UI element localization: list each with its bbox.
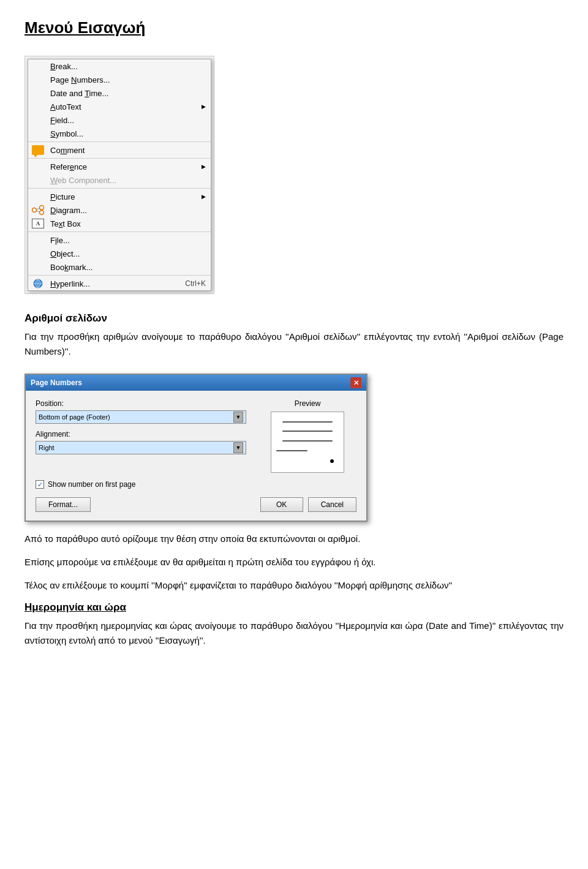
dialog-container: Page Numbers ✕ Position: Bottom of page …	[24, 374, 368, 522]
menu-item-web-component: Web Component...	[28, 173, 211, 187]
menu-separator-5	[28, 275, 211, 276]
menu-item-hyperlink[interactable]: Hyperlink... Ctrl+K	[28, 277, 211, 290]
dialog-buttons: Format... OK Cancel	[36, 497, 356, 512]
menu-item-symbol-label: Symbol...	[50, 129, 83, 138]
alignment-label: Alignment:	[36, 430, 246, 438]
menu-item-autotext-label: AutoText	[50, 102, 81, 111]
comment-icon	[31, 144, 45, 156]
position-value: Bottom of page (Footer)	[39, 413, 233, 421]
menu-item-textbox[interactable]: A Text Box	[28, 217, 211, 230]
section-page-numbers-title: Αριθμοί σελίδων	[24, 312, 564, 325]
dialog-left-column: Position: Bottom of page (Footer) ▼ Alig…	[36, 399, 246, 473]
page-title: Μενού Εισαγωή	[24, 18, 564, 37]
preview-line-3	[282, 440, 333, 442]
menu-item-bookmark[interactable]: Bookmark...	[28, 260, 211, 274]
menu-separator-4	[28, 231, 211, 232]
svg-point-1	[40, 206, 44, 210]
section-date-time: Ημερομηνία και ώρα Για την προσθήκη ημερ…	[24, 601, 564, 648]
menu-item-date-time[interactable]: Date and Time...	[28, 86, 211, 100]
position-select[interactable]: Bottom of page (Footer) ▼	[36, 410, 246, 424]
preview-box	[271, 412, 344, 473]
dialog-body: Position: Bottom of page (Footer) ▼ Alig…	[26, 391, 366, 521]
menu-item-file-label: File...	[50, 236, 70, 245]
svg-line-3	[37, 208, 40, 209]
menu-item-field[interactable]: Field...	[28, 113, 211, 127]
menu-separator-1	[28, 141, 211, 142]
menu-item-object[interactable]: Object...	[28, 247, 211, 260]
menu-item-hyperlink-label: Hyperlink...	[50, 279, 90, 288]
preview-line-1	[282, 421, 333, 423]
preview-line-2	[282, 431, 333, 432]
section-date-time-title: Ημερομηνία και ώρα	[24, 601, 564, 614]
menu-item-textbox-label: Text Box	[50, 219, 81, 228]
menu-item-diagram-label: Diagram...	[50, 206, 87, 215]
alignment-select[interactable]: Right ▼	[36, 441, 246, 454]
menu-item-picture[interactable]: Picture	[28, 190, 211, 203]
textbox-icon: A	[31, 217, 45, 230]
alignment-value: Right	[39, 444, 233, 451]
section-page-numbers-body3: Επίσης μπορούμε να επιλέξουμε αν θα αριθ…	[24, 555, 564, 570]
diagram-icon	[31, 204, 45, 216]
svg-point-0	[32, 208, 37, 213]
section-page-numbers-body4: Τέλος αν επιλέξουμε το κουμπί ''Μορφή'' …	[24, 578, 564, 593]
menu-item-break-label: Break...	[50, 62, 78, 71]
menu-dropdown: Break... Page Numbers... Date and Time..…	[28, 59, 211, 291]
dialog-right-column: Preview	[258, 399, 356, 473]
menu-separator-2	[28, 158, 211, 159]
dialog-main-row: Position: Bottom of page (Footer) ▼ Alig…	[36, 399, 356, 473]
cancel-button[interactable]: Cancel	[308, 497, 356, 512]
menu-item-diagram[interactable]: Diagram...	[28, 203, 211, 217]
show-first-page-label: Show number on first page	[48, 480, 135, 489]
menu-item-picture-label: Picture	[50, 192, 75, 201]
position-label: Position:	[36, 399, 246, 408]
show-first-page-checkbox[interactable]	[36, 480, 44, 489]
menu-item-date-time-label: Date and Time...	[50, 89, 108, 98]
menu-item-reference-label: Reference	[50, 162, 87, 171]
position-group: Position: Bottom of page (Footer) ▼	[36, 399, 246, 424]
svg-line-4	[37, 211, 40, 212]
ok-button[interactable]: OK	[260, 497, 303, 512]
menu-item-object-label: Object...	[50, 249, 80, 258]
menu-item-reference[interactable]: Reference	[28, 160, 211, 173]
menu-item-symbol[interactable]: Symbol...	[28, 127, 211, 140]
menu-screenshot: Break... Page Numbers... Date and Time..…	[24, 56, 214, 294]
alignment-dropdown-arrow[interactable]: ▼	[233, 442, 243, 453]
menu-item-comment[interactable]: Comment	[28, 143, 211, 157]
menu-item-comment-label: Comment	[50, 146, 85, 155]
menu-item-field-label: Field...	[50, 116, 74, 125]
menu-item-hyperlink-shortcut: Ctrl+K	[173, 279, 206, 288]
preview-label: Preview	[295, 399, 321, 408]
menu-item-page-numbers[interactable]: Page Numbers...	[28, 73, 211, 86]
menu-item-break[interactable]: Break...	[28, 59, 211, 73]
main-content: Αριθμοί σελίδων Για την προσθήκη αριθμών…	[24, 312, 564, 648]
menu-separator-3	[28, 188, 211, 189]
menu-item-page-numbers-label: Page Numbers...	[50, 75, 110, 85]
svg-point-2	[40, 211, 44, 215]
dialog-titlebar: Page Numbers ✕	[26, 375, 366, 391]
preview-line-4	[276, 450, 307, 451]
menu-item-autotext[interactable]: AutoText	[28, 100, 211, 113]
alignment-group: Alignment: Right ▼	[36, 430, 246, 454]
menu-item-file[interactable]: File...	[28, 233, 211, 247]
hyperlink-icon	[31, 277, 45, 290]
position-dropdown-arrow[interactable]: ▼	[233, 412, 243, 423]
page-numbers-dialog: Page Numbers ✕ Position: Bottom of page …	[24, 374, 368, 522]
section-date-time-body1: Για την προσθήκη ημερομηνίας και ώρας αν…	[24, 619, 564, 648]
section-page-numbers: Αριθμοί σελίδων Για την προσθήκη αριθμών…	[24, 312, 564, 593]
checkbox-row: Show number on first page	[36, 480, 356, 489]
dialog-close-button[interactable]: ✕	[350, 377, 361, 388]
menu-item-bookmark-label: Bookmark...	[50, 263, 92, 272]
section-page-numbers-body1: Για την προσθήκη αριθμών ανοίγουμε το πα…	[24, 329, 564, 359]
section-page-numbers-body2: Από το παράθυρο αυτό ορίζουμε την θέση σ…	[24, 532, 564, 546]
format-button[interactable]: Format...	[36, 497, 91, 512]
dialog-title: Page Numbers	[31, 378, 82, 387]
preview-page-number-dot	[330, 459, 334, 463]
menu-item-web-component-label: Web Component...	[50, 176, 116, 185]
